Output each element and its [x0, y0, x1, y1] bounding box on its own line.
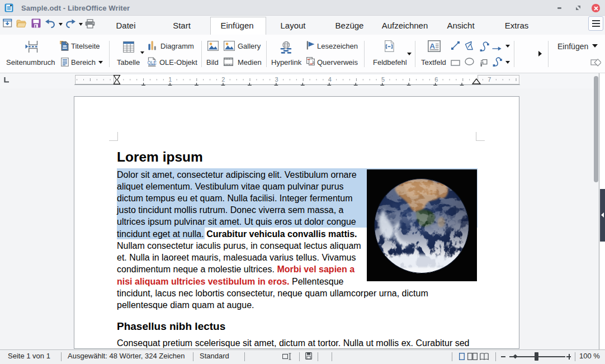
svg-text:5: 5	[381, 76, 385, 83]
svg-text:2: 2	[221, 76, 225, 83]
svg-text:3: 3	[275, 76, 278, 83]
svg-text:7: 7	[488, 76, 491, 83]
svg-text:1: 1	[168, 76, 172, 83]
svg-text:A: A	[429, 42, 435, 50]
svg-text:4: 4	[328, 76, 332, 83]
svg-text:6: 6	[434, 76, 438, 83]
